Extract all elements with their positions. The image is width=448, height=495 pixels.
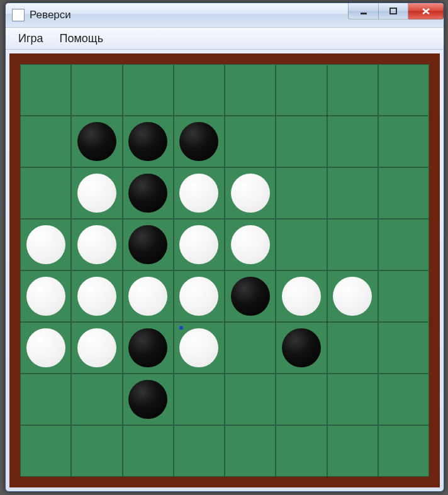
board-cell[interactable] [71, 64, 122, 116]
maximize-button[interactable] [378, 3, 408, 19]
black-piece [128, 225, 167, 264]
white-piece [77, 225, 116, 264]
black-piece [128, 174, 167, 213]
close-button[interactable] [408, 3, 444, 19]
board-cell[interactable] [327, 322, 378, 374]
board-cell[interactable] [123, 425, 174, 477]
board-cell[interactable] [71, 116, 122, 167]
white-piece [231, 174, 270, 213]
board-cell[interactable] [378, 219, 429, 270]
app-window: Реверси Игра Помощь [5, 3, 444, 492]
board-cell[interactable] [20, 270, 71, 322]
board-cell[interactable] [378, 167, 429, 219]
svg-rect-0 [361, 13, 367, 14]
menubar: Игра Помощь [6, 28, 444, 50]
black-piece [282, 328, 321, 367]
board-cell[interactable] [71, 374, 122, 425]
board-cell[interactable] [276, 322, 327, 374]
board-cell[interactable] [378, 270, 429, 322]
board-frame [9, 53, 440, 487]
minimize-icon [359, 7, 368, 16]
last-move-marker [179, 326, 183, 330]
white-piece [77, 328, 116, 367]
board-cell[interactable] [225, 64, 276, 116]
white-piece [26, 225, 65, 264]
menu-item-game[interactable]: Игра [12, 30, 50, 48]
board-cell[interactable] [174, 270, 225, 322]
board-cell[interactable] [71, 270, 122, 322]
board-cell[interactable] [225, 167, 276, 219]
app-icon [12, 9, 25, 21]
board-cell[interactable] [123, 219, 174, 270]
board-cell[interactable] [20, 167, 71, 219]
board-cell[interactable] [123, 167, 174, 219]
white-piece [128, 277, 167, 316]
board-cell[interactable] [71, 322, 122, 374]
board-cell[interactable] [174, 116, 225, 167]
black-piece [77, 122, 116, 161]
board-cell[interactable] [225, 374, 276, 425]
svg-rect-1 [390, 8, 396, 14]
white-piece [333, 277, 372, 316]
board-cell[interactable] [327, 219, 378, 270]
white-piece [179, 328, 218, 367]
board-cell[interactable] [378, 322, 429, 374]
menu-item-help[interactable]: Помощь [53, 30, 110, 48]
board-cell[interactable] [174, 425, 225, 477]
board-cell[interactable] [20, 64, 71, 116]
minimize-button[interactable] [348, 3, 378, 19]
window-title: Реверси [30, 9, 71, 21]
white-piece [26, 328, 65, 367]
board-cell[interactable] [123, 64, 174, 116]
board-cell[interactable] [327, 116, 378, 167]
board-cell[interactable] [71, 425, 122, 477]
board-cell[interactable] [276, 64, 327, 116]
board-cell[interactable] [276, 219, 327, 270]
board-cell[interactable] [276, 374, 327, 425]
board-cell[interactable] [174, 374, 225, 425]
white-piece [77, 277, 116, 316]
board-cell[interactable] [378, 425, 429, 477]
board-cell[interactable] [327, 270, 378, 322]
board-cell[interactable] [174, 64, 225, 116]
board-cell[interactable] [225, 322, 276, 374]
board-cell[interactable] [123, 270, 174, 322]
board-cell[interactable] [276, 270, 327, 322]
white-piece [77, 174, 116, 213]
board-cell[interactable] [225, 425, 276, 477]
maximize-icon [389, 7, 398, 16]
board-cell[interactable] [327, 64, 378, 116]
board-cell[interactable] [174, 167, 225, 219]
close-icon [421, 7, 431, 16]
board-cell[interactable] [276, 425, 327, 477]
board-cell[interactable] [378, 64, 429, 116]
board-cell[interactable] [20, 425, 71, 477]
board-cell[interactable] [123, 322, 174, 374]
board-cell[interactable] [174, 322, 225, 374]
white-piece [26, 277, 65, 316]
titlebar[interactable]: Реверси [6, 3, 444, 28]
board-cell[interactable] [225, 270, 276, 322]
board-cell[interactable] [327, 374, 378, 425]
board-cell[interactable] [123, 116, 174, 167]
board-cell[interactable] [225, 116, 276, 167]
board-cell[interactable] [20, 374, 71, 425]
black-piece [128, 328, 167, 367]
board-cell[interactable] [276, 116, 327, 167]
board-cell[interactable] [123, 374, 174, 425]
board-cell[interactable] [20, 322, 71, 374]
board-cell[interactable] [276, 167, 327, 219]
board-cell[interactable] [71, 167, 122, 219]
board-cell[interactable] [225, 219, 276, 270]
board-cell[interactable] [327, 425, 378, 477]
board-cell[interactable] [20, 219, 71, 270]
board-cell[interactable] [378, 116, 429, 167]
white-piece [179, 174, 218, 213]
board-cell[interactable] [327, 167, 378, 219]
black-piece [231, 277, 270, 316]
board-cell[interactable] [20, 116, 71, 167]
board-cell[interactable] [378, 374, 429, 425]
game-board[interactable] [20, 64, 429, 477]
board-cell[interactable] [71, 219, 122, 270]
board-cell[interactable] [174, 219, 225, 270]
